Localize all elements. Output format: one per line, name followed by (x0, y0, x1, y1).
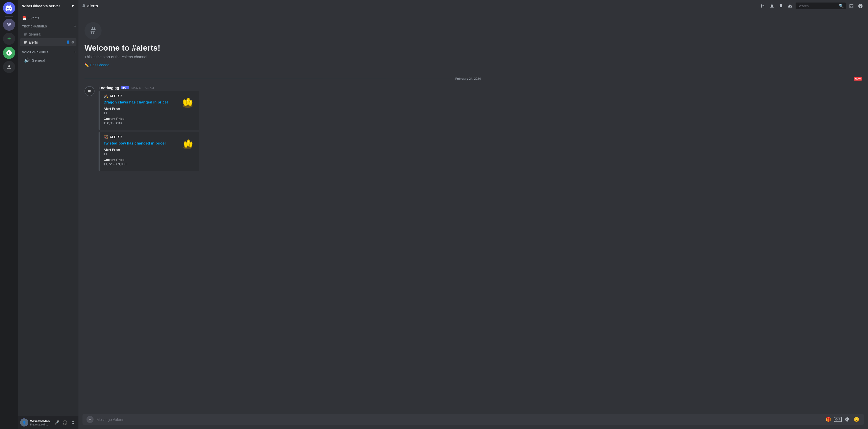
voice-channels-header[interactable]: Voice Channels + (18, 48, 79, 56)
server-icon-wiseoldman[interactable]: W (3, 19, 15, 31)
edit-channel-button[interactable]: ✏️ Edit Channel (85, 63, 862, 67)
search-input[interactable] (798, 4, 837, 8)
current-price-label-2: Current Price (103, 158, 177, 162)
alert-price-value-1: $1 (103, 111, 177, 115)
voice-channels-label: Voice Channels (22, 51, 49, 54)
embed-alert-text-2: ALERT! (110, 135, 122, 139)
user-controls: 🎤 🎧 ⚙ (53, 419, 76, 426)
new-badge: NEW (854, 77, 862, 81)
pinned-messages-icon[interactable] (777, 2, 784, 9)
alert-price-label-2: Alert Price (103, 148, 177, 151)
notifications-icon[interactable] (768, 2, 775, 9)
username: WiseOldMan (30, 419, 51, 423)
download-apps-button[interactable] (3, 61, 15, 73)
add-text-channel-button[interactable]: + (74, 24, 76, 29)
channel-name-header: # alerts (83, 3, 98, 9)
events-item[interactable]: 📅 Events (18, 14, 79, 22)
user-info: WiseOldMan the.wise.old.... (30, 419, 51, 426)
message-group: lb Lootbag.gg BOT Today at 12:35 AM 🪃 AL… (79, 85, 868, 172)
hash-icon-general: # (24, 31, 27, 37)
current-channel-name: alerts (87, 4, 98, 8)
embed-content-1: 🪃 ALERT! Dragon claws has changed in pri… (103, 94, 177, 127)
edit-channel-label: Edit Channel (90, 63, 111, 67)
embed-current-price-field-2: Current Price $1,725,869,000 (103, 158, 177, 166)
message-input-area: + 🎁 GIF 😊 (79, 414, 868, 429)
emoji-icon[interactable]: 😊 (853, 416, 860, 423)
add-voice-channel-button[interactable]: + (74, 50, 76, 55)
mute-button[interactable]: 🎤 (53, 419, 60, 426)
user-avatar[interactable]: 👤 (20, 419, 28, 427)
message-input[interactable] (97, 418, 822, 422)
message-avatar: lb (85, 86, 95, 96)
channel-actions: 👤 ⚙ (66, 40, 74, 44)
server-sidebar: W + (0, 0, 18, 429)
embed-image-1 (180, 94, 195, 109)
help-icon[interactable] (857, 2, 864, 9)
gift-icon[interactable]: 🎁 (825, 416, 832, 423)
main-content: # alerts 🔍 (79, 0, 868, 429)
message-author: Lootbag.gg (99, 86, 119, 90)
channel-name-alerts: alerts (29, 40, 38, 44)
inbox-icon[interactable] (848, 2, 855, 9)
user-settings-button[interactable]: ⚙ (69, 419, 76, 426)
embed-image-2 (180, 135, 195, 150)
current-price-value-1: $98,960,833 (103, 121, 177, 125)
add-server-button[interactable]: + (3, 33, 15, 45)
edit-icon: ✏️ (85, 63, 89, 67)
threads-icon[interactable] (760, 2, 767, 9)
speaker-icon: 🔊 (24, 57, 30, 63)
alert-embed-dragon-claws: 🪃 ALERT! Dragon claws has changed in pri… (99, 91, 199, 130)
date-divider: February 24, 2024 NEW (79, 73, 868, 85)
date-text: February 24, 2024 (455, 77, 481, 81)
embed-alert-price-field-2: Alert Price $1 (103, 148, 177, 156)
chat-area: # Welcome to #alerts! This is the start … (79, 12, 868, 414)
alert-price-value-2: $1 (103, 152, 177, 156)
text-channels-label: Text Channels (22, 25, 47, 28)
gif-icon[interactable]: GIF (834, 417, 842, 422)
message-add-button[interactable]: + (87, 416, 94, 423)
settings-icon[interactable]: ⚙ (71, 40, 74, 44)
welcome-section: # Welcome to #alerts! This is the start … (79, 12, 868, 73)
welcome-title: Welcome to #alerts! (85, 43, 862, 53)
user-tag: the.wise.old.... (30, 423, 51, 426)
add-member-icon[interactable]: 👤 (66, 40, 70, 44)
events-label: Events (28, 16, 39, 20)
message-header: Lootbag.gg BOT Today at 12:35 AM (99, 86, 862, 90)
embed-alert-price-field-1: Alert Price $1 (103, 107, 177, 115)
search-icon: 🔍 (839, 3, 844, 8)
discord-home-icon[interactable] (3, 2, 15, 14)
explore-servers-button[interactable] (3, 47, 15, 59)
embed-alert-header-1: 🪃 ALERT! (103, 94, 177, 98)
svg-rect-1 (7, 68, 11, 69)
text-channels-header[interactable]: Text Channels + (18, 22, 79, 30)
headset-button[interactable]: 🎧 (61, 419, 68, 426)
embed-alert-icon-2: 🏹 (103, 135, 108, 139)
message-content: Lootbag.gg BOT Today at 12:35 AM 🪃 ALERT… (99, 86, 862, 171)
embed-alert-text-1: ALERT! (110, 94, 122, 98)
embed-alert-icon-1: 🪃 (103, 94, 108, 98)
channel-item-general-voice[interactable]: 🔊 General (20, 56, 76, 64)
server-menu-chevron: ▼ (71, 4, 74, 8)
server-name: WiseOldMan's server (22, 4, 60, 8)
channel-item-alerts[interactable]: # alerts 👤 ⚙ (20, 38, 76, 46)
embed-content-2: 🏹 ALERT! Twisted bow has changed in pric… (103, 135, 177, 168)
top-bar: # alerts 🔍 (79, 0, 868, 12)
channel-item-general[interactable]: # general (20, 30, 76, 38)
member-list-icon[interactable] (786, 2, 794, 9)
welcome-description: This is the start of the #alerts channel… (85, 55, 862, 59)
voice-channels-section: Voice Channels + 🔊 General (18, 48, 79, 64)
server-divider (5, 16, 13, 17)
message-input-actions: 🎁 GIF 😊 (825, 416, 860, 423)
message-input-box: + 🎁 GIF 😊 (83, 414, 864, 425)
hash-icon-alerts: # (24, 39, 27, 45)
embed-item-name-1: Dragon claws has changed in price! (103, 100, 177, 104)
text-channels-section: Text Channels + # general # alerts 👤 ⚙ (18, 22, 79, 46)
server-header[interactable]: WiseOldMan's server ▼ (18, 0, 79, 12)
embed-alert-header-2: 🏹 ALERT! (103, 135, 177, 139)
calendar-icon: 📅 (22, 16, 26, 20)
top-bar-actions: 🔍 (760, 2, 864, 9)
embed-item-name-2: Twisted bow has changed in price! (103, 141, 177, 145)
search-box[interactable]: 🔍 (796, 2, 846, 9)
sticker-icon[interactable] (844, 416, 851, 423)
alert-price-label-1: Alert Price (103, 107, 177, 111)
